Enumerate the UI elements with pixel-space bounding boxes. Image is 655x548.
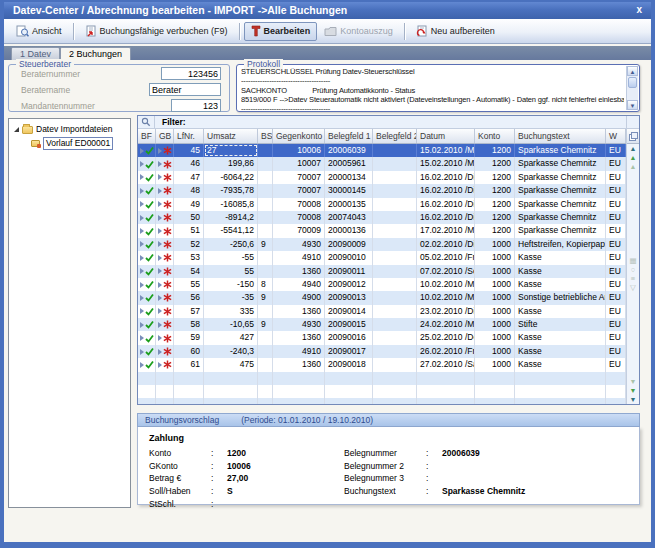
buchung-row-49[interactable]: 49-16085,8700082000013516.02.2010 /Di120… [138, 198, 626, 211]
empty-grid-row[interactable] [138, 385, 626, 398]
empty-grid-row[interactable] [138, 398, 626, 404]
verbuchen-button[interactable]: Buchungsfähige verbuchen (F9) [78, 22, 235, 41]
cell-datum: 05.02.2010 /Fr [417, 251, 475, 264]
buchung-row-60[interactable]: 60-240,349102009001726.02.2010 /Fr1000Ka… [138, 345, 626, 358]
protokoll-scrollbar[interactable]: ▲ ▼ [626, 66, 638, 110]
buchung-row-53[interactable]: 53-5549102009001005.02.2010 /Fr1000Kasse… [138, 251, 626, 264]
gebucht-icon [156, 211, 174, 224]
column-header-bs[interactable]: BS [258, 129, 273, 143]
scrollbar-thumb[interactable] [628, 77, 637, 88]
mandantennummer-field[interactable] [171, 99, 221, 112]
search-icon[interactable]: ○ [631, 265, 636, 274]
column-header-belegfeld2[interactable]: Belegfeld 2 [373, 129, 417, 143]
buchung-row-58[interactable]: 58-10,65949302009001524.02.2010 /Mi1000S… [138, 318, 626, 331]
vorschlag-right-value: 20006039 [442, 448, 480, 458]
cell-belegfeld2 [373, 198, 417, 211]
empty-cell [606, 372, 626, 385]
empty-grid-row[interactable] [138, 372, 626, 385]
cell-belegfeld2 [373, 265, 417, 278]
cell-gegenkonto: 70008 [273, 198, 325, 211]
cell-belegfeld1: 20090018 [325, 358, 373, 371]
column-chooser-icon[interactable] [627, 129, 639, 144]
cell-konto: 1000 [475, 291, 515, 304]
tree-expand-icon[interactable] [14, 127, 19, 132]
cell-umsatz: -6064,22 [204, 171, 258, 184]
cell-konto: 1000 [475, 331, 515, 344]
grid-filter-row[interactable]: Filter: [138, 116, 626, 129]
edit-tool-icon [251, 25, 261, 37]
scroll-first-icon[interactable]: ▲ [630, 144, 637, 153]
buchung-row-54[interactable]: 545513602009001107.02.2010 /So1000KasseE… [138, 265, 626, 278]
buchungsfaehig-icon [138, 318, 156, 331]
gebucht-icon [156, 265, 174, 278]
tab-datev-label: 1 Datev [20, 49, 51, 59]
column-header-umsatz[interactable]: Umsatz [204, 129, 258, 143]
buchung-row-56[interactable]: 56-35949002009001310.02.2010 /Mi1000Sons… [138, 291, 626, 304]
cell-belegfeld1: 20090016 [325, 331, 373, 344]
cell-gegenkonto: 1360 [273, 265, 325, 278]
column-header-belegfeld1[interactable]: Belegfeld 1 [325, 129, 373, 143]
buchung-row-45[interactable]: 4527100062000603915.02.2010 /Mo1200Spark… [138, 144, 626, 157]
filter-funnel-icon[interactable]: ▽ [630, 283, 636, 292]
column-header-datum[interactable]: Datum [417, 129, 475, 143]
buchung-row-57[interactable]: 5733513602009001423.02.2010 /Di1000Kasse… [138, 305, 626, 318]
vorschlag-right-row: Belegnummer 3: [344, 472, 639, 485]
buchung-row-48[interactable]: 48-7935,78700073000014516.02.2010 /Di120… [138, 184, 626, 197]
scroll-down-icon[interactable]: ▼ [627, 100, 638, 110]
grid-header-row[interactable]: BFGBLfNr.UmsatzBSGegenkontoBelegfeld 1Be… [138, 129, 626, 144]
buchungsfaehig-icon [138, 198, 156, 211]
buchungsfaehig-icon [138, 251, 156, 264]
column-header-w[interactable]: W [606, 129, 626, 143]
colon: : [211, 499, 227, 509]
gebucht-icon [156, 184, 174, 197]
beratername-field[interactable] [149, 83, 221, 96]
cell-umsatz: -5541,12 [204, 224, 258, 237]
buchung-row-61[interactable]: 6147513602009001827.02.2010 /Sa1000Kasse… [138, 358, 626, 371]
cell-belegfeld1: 20000136 [325, 224, 373, 237]
close-icon[interactable]: x [636, 2, 642, 19]
empty-cell [273, 385, 325, 398]
filter-magnifier-icon[interactable] [138, 116, 155, 128]
gebucht-icon [156, 345, 174, 358]
buchung-row-52[interactable]: 52-250,6949302009000902.02.2010 /Di1000H… [138, 238, 626, 251]
scroll-page-down-icon[interactable]: ▼ [630, 377, 637, 386]
empty-cell [515, 372, 606, 385]
buchung-row-51[interactable]: 51-5541,12700092000013617.02.2010 /Mi120… [138, 224, 626, 237]
buchung-row-46[interactable]: 46199,86100072000596115.02.2010 /Mo1200S… [138, 157, 626, 170]
cell-w: EU [606, 318, 626, 331]
scroll-page-up-icon[interactable]: ▲ [630, 162, 637, 171]
neu-aufbereiten-button[interactable]: Neu aufbereiten [409, 22, 502, 41]
empty-cell [156, 372, 174, 385]
column-header-gegenkonto[interactable]: Gegenkonto [273, 129, 325, 143]
bearbeiten-button[interactable]: Bearbeiten [244, 22, 318, 41]
sum-icon[interactable]: ≡ [631, 274, 635, 283]
column-header-gb[interactable]: GB [156, 129, 174, 143]
column-header-konto[interactable]: Konto [475, 129, 515, 143]
buchung-row-50[interactable]: 50-8914,2700082007404316.02.2010 /Di1200… [138, 211, 626, 224]
column-header-bf[interactable]: BF [138, 129, 156, 143]
tree-node-vorlauf[interactable]: Vorlauf ED00001 [31, 137, 130, 150]
buchung-row-47[interactable]: 47-6064,22700072000013416.02.2010 /Di120… [138, 171, 626, 184]
tree-node-importdateien[interactable]: Datev Importdateien [14, 124, 130, 134]
cell-gegenkonto: 70008 [273, 211, 325, 224]
cell-belegfeld1: 20006039 [325, 144, 373, 157]
scroll-last-icon[interactable]: ▼ [630, 395, 637, 404]
cell-belegfeld2 [373, 345, 417, 358]
empty-cell [515, 385, 606, 398]
empty-cell [156, 398, 174, 404]
beraternummer-field[interactable] [161, 67, 221, 80]
umsatz-edit-cell[interactable]: 27 [204, 144, 258, 157]
buchung-row-59[interactable]: 5942713602009001625.02.2010 /Do1000Kasse… [138, 331, 626, 344]
column-header-lfnr[interactable]: LfNr. [174, 129, 204, 143]
scroll-prev-icon[interactable]: ▲ [630, 153, 637, 162]
ansicht-button[interactable]: Ansicht [9, 22, 69, 41]
empty-cell [417, 398, 475, 404]
scroll-next-icon[interactable]: ▼ [630, 386, 637, 395]
cell-lfnr: 61 [174, 358, 204, 371]
cell-datum: 26.02.2010 /Fr [417, 345, 475, 358]
column-header-buchungstext[interactable]: Buchungstext [515, 129, 606, 143]
calculator-icon[interactable]: ▦ [629, 256, 636, 265]
cell-bs: 9 [258, 318, 273, 331]
buchung-row-55[interactable]: 55-150849402009001210.02.2010 /Mi1000Kas… [138, 278, 626, 291]
scroll-up-icon[interactable]: ▲ [627, 66, 638, 76]
